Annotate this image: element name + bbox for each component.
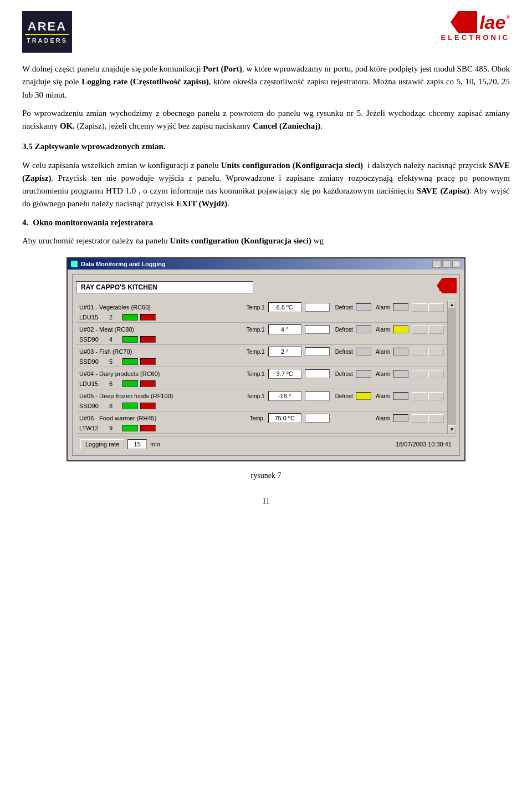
- unit-1-line1: U#01 - Vegetables (RC60) Temp.1 6.8 ºC D…: [79, 302, 444, 312]
- unit-3-model: SSD90: [79, 358, 107, 365]
- unit-1-model: LDU15: [79, 314, 107, 321]
- unit-4-red-led: [140, 380, 156, 387]
- unit-5-alarm-led: [393, 392, 408, 400]
- unit-4-model: LDU15: [79, 380, 107, 387]
- logging-value-display: 15: [127, 439, 147, 449]
- unit-6-green-led: [122, 425, 138, 431]
- bottom-bar: Logging rate 15 min. 18/07/2003 10:30:41: [76, 436, 456, 452]
- unit-5-line2: SSD90 8: [79, 403, 444, 409]
- page-number: 11: [22, 497, 510, 506]
- unit-6-line1: U#06 - Food warmer (RH45) Temp. 75.0 ºC …: [79, 413, 444, 423]
- unit-4-temp-value: 3.7 ºC: [268, 369, 301, 379]
- scroll-track: [448, 309, 456, 425]
- unit-2-btn1[interactable]: [412, 326, 427, 334]
- unit-3-defrost-label: Defrost: [335, 349, 353, 355]
- main-content: W dolnej części panelu znajduje się pole…: [22, 63, 510, 247]
- unit-row-4: U#04 - Dairy products (RC60) Temp.1 3.7 …: [76, 367, 447, 389]
- section-4-heading: 4. Okno monitorowania rejestratora: [22, 216, 510, 229]
- unit-6-temp-bar: [305, 414, 330, 423]
- vertical-scrollbar[interactable]: ▲ ▼: [447, 301, 456, 434]
- figure-caption: rysunek 7: [22, 471, 510, 480]
- unit-2-defrost-label: Defrost: [335, 327, 353, 333]
- unit-4-defrost-led: [356, 370, 371, 378]
- maximize-button[interactable]: □: [442, 260, 451, 268]
- lae-logo-text: lae: [439, 281, 454, 293]
- unit-2-red-led: [140, 336, 156, 343]
- unit-2-temp-bar: [305, 325, 330, 334]
- window-controls[interactable]: _ □ ✕: [432, 260, 461, 268]
- screenshot-wrapper: Data Monitoring and Logging _ □ ✕ RAY CA…: [66, 257, 466, 461]
- unit-6-model: LTW12: [79, 425, 107, 431]
- unit-3-name: U#03 - Fish (RC70): [79, 348, 179, 355]
- unit-3-btn1[interactable]: [412, 348, 427, 356]
- unit-row-3: U#03 - Fish (RC70) Temp.1 2 ° Defrost Al…: [76, 345, 447, 367]
- close-button[interactable]: ✕: [452, 260, 461, 268]
- unit-4-name: U#04 - Dairy products (RC60): [79, 370, 179, 377]
- unit-1-num: 2: [109, 314, 120, 321]
- unit-5-num: 8: [109, 403, 120, 409]
- unit-1-name: U#01 - Vegetables (RC60): [79, 304, 179, 311]
- unit-2-btn2[interactable]: [428, 326, 444, 334]
- lae-brand: lae ®: [451, 11, 510, 33]
- unit-5-btn1[interactable]: [412, 392, 427, 400]
- unit-5-defrost-led: [356, 392, 371, 400]
- unit-1-temp-bar: [305, 303, 330, 312]
- unit-1-temp-label: Temp.1: [247, 304, 265, 311]
- section-35-title: 3.5 Zapisywanie wprowadzonych zmian.: [22, 140, 510, 153]
- unit-1-green-led: [122, 314, 138, 321]
- unit-3-line2: SSD90 5: [79, 358, 444, 365]
- unit-1-defrost-led: [356, 303, 371, 311]
- unit-4-green-led: [122, 380, 138, 387]
- unit-4-btn1[interactable]: [412, 370, 427, 378]
- area-text: AREA: [28, 21, 66, 33]
- units-area: U#01 - Vegetables (RC60) Temp.1 6.8 ºC D…: [76, 301, 456, 434]
- lae-logo-small: lae: [437, 278, 456, 296]
- unit-6-btn1[interactable]: [412, 414, 427, 423]
- unit-3-btn2[interactable]: [428, 348, 444, 356]
- unit-2-alarm-led: [393, 326, 408, 333]
- paragraph-1: W dolnej części panelu znajduje się pole…: [22, 63, 510, 101]
- unit-1-alarm-led: [393, 303, 408, 311]
- unit-5-name: U#05 - Deep frozen foods (RF100): [79, 393, 179, 399]
- section-4-num: 4.: [22, 216, 28, 229]
- unit-6-btn2[interactable]: [428, 414, 444, 423]
- unit-5-temp-bar: [305, 392, 330, 400]
- logging-rate-button[interactable]: Logging rate: [80, 439, 124, 449]
- unit-5-defrost-label: Defrost: [335, 393, 353, 399]
- unit-3-num: 5: [109, 358, 120, 365]
- unit-3-defrost-led: [356, 348, 371, 355]
- unit-2-temp-value: 4 °: [268, 324, 301, 334]
- unit-3-green-led: [122, 358, 138, 365]
- unit-6-line2: LTW12 9: [79, 425, 444, 431]
- unit-2-green-led: [122, 336, 138, 343]
- paragraph-4: Aby uruchomić rejestrator należy na pane…: [22, 235, 510, 247]
- unit-5-red-led: [140, 403, 156, 409]
- units-list: U#01 - Vegetables (RC60) Temp.1 6.8 ºC D…: [76, 301, 447, 434]
- unit-4-alarm-led: [393, 370, 408, 378]
- unit-2-defrost-led: [356, 326, 371, 333]
- unit-2-alarm-label: Alarm: [376, 327, 390, 333]
- unit-4-num: 6: [109, 380, 120, 387]
- scroll-down-button[interactable]: ▼: [448, 425, 456, 434]
- minimize-button[interactable]: _: [432, 260, 441, 268]
- unit-row-2: U#02 - Meat (RC80) Temp.1 4 ° Defrost Al…: [76, 323, 447, 345]
- scroll-up-button[interactable]: ▲: [448, 301, 456, 309]
- unit-2-name: U#02 - Meat (RC80): [79, 326, 179, 333]
- unit-3-temp-value: 2 °: [268, 347, 301, 357]
- top-bar: RAY CAPPO'S KITCHEN lae: [76, 278, 456, 296]
- unit-6-defrost-led: [356, 414, 371, 422]
- unit-1-temp-value: 6.8 ºC: [268, 302, 301, 312]
- unit-1-btn2[interactable]: [428, 303, 444, 312]
- unit-1-btn1[interactable]: [412, 303, 427, 312]
- unit-4-line1: U#04 - Dairy products (RC60) Temp.1 3.7 …: [79, 369, 444, 379]
- logging-section: Logging rate 15 min.: [80, 439, 162, 449]
- area-traders-logo: AREA TRADERS: [22, 11, 72, 53]
- unit-2-temp-label: Temp.1: [247, 327, 265, 333]
- unit-5-btn2[interactable]: [428, 392, 444, 400]
- unit-row-5: U#05 - Deep frozen foods (RF100) Temp.1 …: [76, 389, 447, 411]
- unit-3-temp-label: Temp.1: [247, 349, 265, 355]
- unit-1-red-led: [140, 314, 156, 321]
- unit-5-temp-label: Temp.1: [247, 393, 265, 399]
- unit-4-btn2[interactable]: [428, 370, 444, 378]
- lae-icon: [451, 11, 477, 33]
